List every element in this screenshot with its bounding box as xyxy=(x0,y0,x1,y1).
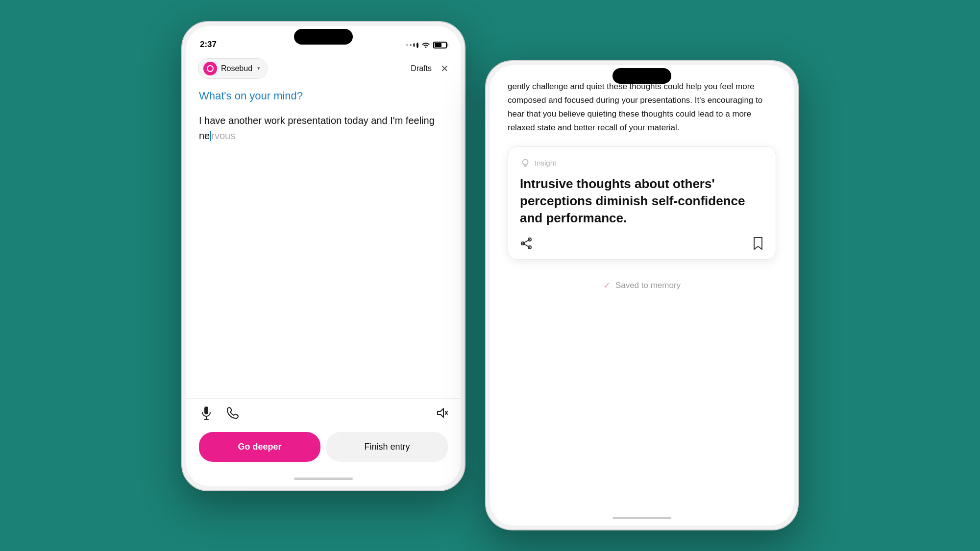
microphone-icon[interactable] xyxy=(199,406,214,420)
content-area-left: What's on your mind? I have another work… xyxy=(186,86,461,398)
bookmark-icon[interactable] xyxy=(752,237,764,250)
brand-name: Rosebud xyxy=(221,64,252,73)
journal-entry-suffix: rvous xyxy=(211,130,235,141)
phone-call-icon[interactable] xyxy=(225,406,240,420)
signal-icon xyxy=(406,43,418,48)
svg-marker-3 xyxy=(438,408,443,417)
close-button[interactable]: ✕ xyxy=(441,63,449,74)
journal-entry-text: I have another work presentation today a… xyxy=(199,113,448,144)
header-right: Drafts ✕ xyxy=(411,63,449,74)
saved-memory-row: ✓ Saved to memory xyxy=(508,271,776,300)
dynamic-island-right xyxy=(612,68,671,84)
home-indicator-right xyxy=(490,511,794,526)
journal-prompt: What's on your mind? xyxy=(199,90,448,102)
svg-point-6 xyxy=(523,159,528,165)
right-content: gently challenge and quiet these thought… xyxy=(490,65,794,511)
saved-memory-text: Saved to memory xyxy=(615,281,681,290)
brand-logo-icon xyxy=(203,62,217,75)
left-phone: 2:37 xyxy=(181,21,466,491)
home-indicator-left xyxy=(186,472,461,486)
insight-title: Intrusive thoughts about others' percept… xyxy=(520,175,764,227)
home-bar-right xyxy=(612,517,671,519)
action-buttons: Go deeper Finish entry xyxy=(186,425,461,472)
bottom-toolbar-left xyxy=(186,398,461,425)
go-deeper-button[interactable]: Go deeper xyxy=(199,432,320,462)
left-phone-inner: 2:37 xyxy=(186,26,461,486)
svg-rect-0 xyxy=(204,407,208,414)
insight-card: Insight Intrusive thoughts about others'… xyxy=(508,146,776,260)
wifi-icon xyxy=(421,41,430,49)
app-header-left: Rosebud ▾ Drafts ✕ xyxy=(186,53,461,86)
brand-chevron-icon: ▾ xyxy=(257,65,260,72)
check-icon: ✓ xyxy=(603,280,611,291)
brand-logo-inner xyxy=(207,65,214,72)
home-bar-left xyxy=(294,478,353,480)
battery-icon xyxy=(433,42,447,48)
finish-entry-button[interactable]: Finish entry xyxy=(326,432,448,462)
brand-pill[interactable]: Rosebud ▾ xyxy=(198,58,268,79)
insight-label: Insight xyxy=(520,158,764,168)
right-phone-inner: gently challenge and quiet these thought… xyxy=(490,65,794,526)
status-time-left: 2:37 xyxy=(200,40,217,49)
drafts-label[interactable]: Drafts xyxy=(411,64,432,73)
insight-actions xyxy=(520,237,764,250)
lightbulb-icon xyxy=(520,158,531,168)
share-icon[interactable] xyxy=(520,237,534,250)
ai-response-text: gently challenge and quiet these thought… xyxy=(508,80,776,135)
mute-icon[interactable] xyxy=(436,407,448,419)
dynamic-island xyxy=(294,29,353,45)
phones-container: 2:37 xyxy=(181,21,799,530)
right-phone: gently challenge and quiet these thought… xyxy=(485,60,799,530)
status-icons-left xyxy=(406,41,447,49)
toolbar-left-icons xyxy=(199,406,240,420)
insight-label-text: Insight xyxy=(535,159,556,167)
